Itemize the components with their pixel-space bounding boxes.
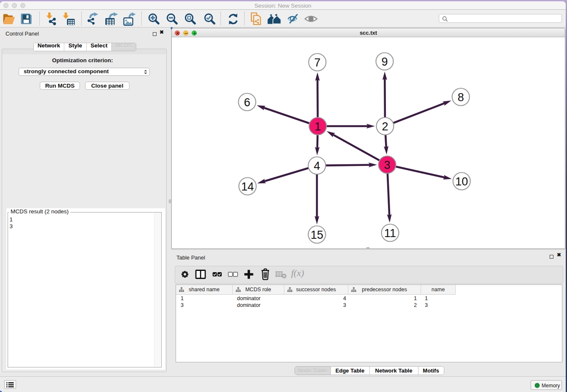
svg-text:11: 11	[384, 227, 396, 240]
svg-text:10: 10	[455, 175, 468, 188]
svg-text:4: 4	[314, 160, 320, 172]
svg-text:14: 14	[241, 180, 254, 193]
svg-text:2: 2	[382, 120, 388, 133]
svg-text:7: 7	[314, 56, 320, 69]
svg-text:9: 9	[381, 55, 388, 68]
svg-text:6: 6	[244, 96, 250, 109]
svg-text:8: 8	[457, 91, 464, 104]
svg-text:15: 15	[311, 229, 323, 241]
svg-text:3: 3	[384, 159, 390, 171]
svg-text:1: 1	[314, 120, 321, 133]
